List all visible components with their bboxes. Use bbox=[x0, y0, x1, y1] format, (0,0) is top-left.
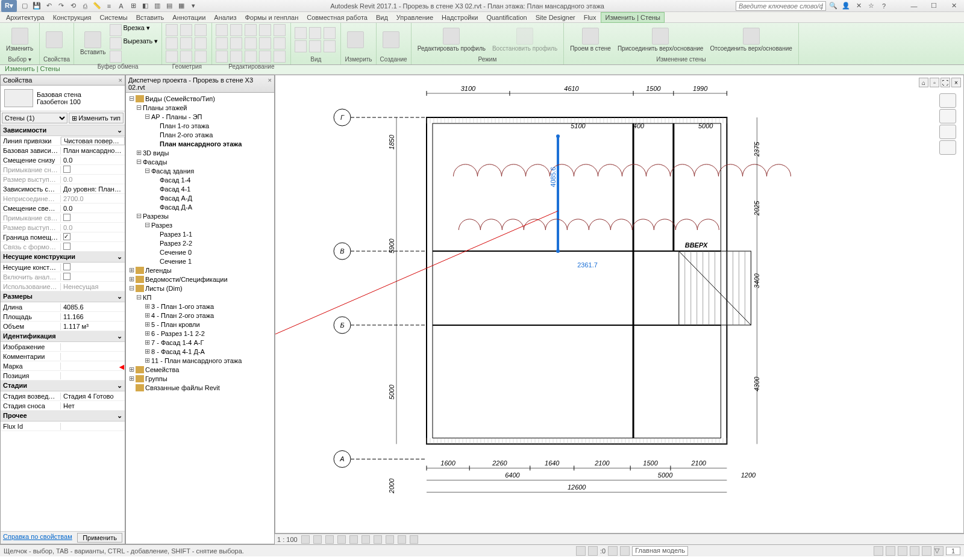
temp-hide-icon[interactable] bbox=[386, 535, 394, 544]
tree-toggle-icon[interactable]: ⊟ bbox=[136, 293, 142, 301]
measure-button[interactable] bbox=[345, 30, 366, 49]
props-row[interactable]: Связь с формообр... bbox=[1, 242, 125, 252]
print-icon[interactable]: ⎙ bbox=[80, 1, 90, 11]
props-value[interactable] bbox=[61, 214, 125, 222]
clipboard-icon[interactable] bbox=[110, 24, 122, 36]
edit-type-button[interactable]: ⊞ Изменить тип bbox=[69, 113, 124, 123]
checkbox[interactable] bbox=[63, 233, 70, 240]
clipboard-item[interactable]: Вырезать ▾ bbox=[123, 37, 158, 49]
search-icon[interactable]: 🔍 bbox=[828, 1, 839, 11]
props-row[interactable]: Использование в к...Ненесущая bbox=[1, 282, 125, 291]
tree-item[interactable]: План 1-го этажа bbox=[127, 121, 273, 130]
menu-вставить[interactable]: Вставить bbox=[133, 13, 168, 22]
props-value[interactable] bbox=[61, 273, 125, 281]
props-row[interactable]: Несущие конструк... bbox=[1, 263, 125, 272]
scale-control[interactable]: 1 : 100 bbox=[277, 536, 298, 543]
tree-item[interactable]: ⊞11 - План мансардного этажа bbox=[127, 356, 273, 365]
tool-icon[interactable] bbox=[245, 51, 257, 63]
props-value[interactable]: 11.166 bbox=[61, 313, 125, 320]
help-icon[interactable]: ? bbox=[878, 1, 889, 11]
tree-toggle-icon[interactable]: ⊟ bbox=[144, 167, 150, 175]
tree-item[interactable]: ⊟Планы этажей bbox=[127, 103, 273, 112]
detach-top-button[interactable]: Отсоединить верх/основание bbox=[707, 26, 794, 53]
tool-icon[interactable] bbox=[195, 37, 207, 49]
close-view-icon[interactable]: × bbox=[951, 78, 961, 87]
opening-button[interactable]: Проем в стене bbox=[568, 26, 613, 53]
dimension-icon[interactable]: ⊞ bbox=[128, 1, 139, 11]
tree-toggle-icon[interactable]: ⊟ bbox=[136, 158, 142, 166]
props-value[interactable]: 0.0 bbox=[61, 157, 125, 164]
tree-item[interactable]: Фасад А-Д bbox=[127, 193, 273, 202]
app-menu-button[interactable]: R▾ bbox=[1, 0, 17, 12]
tree-toggle-icon[interactable]: ⊞ bbox=[144, 320, 150, 328]
reveal-hidden-icon[interactable] bbox=[398, 535, 406, 544]
tool-icon[interactable] bbox=[309, 40, 321, 52]
menu-анализ[interactable]: Анализ bbox=[210, 13, 240, 22]
tree-toggle-icon[interactable]: ⊞ bbox=[136, 149, 142, 157]
clipboard-icon[interactable] bbox=[110, 51, 122, 63]
props-value[interactable]: Чистовая поверхно bbox=[61, 137, 125, 145]
tree-toggle-icon[interactable]: ⊞ bbox=[144, 311, 150, 319]
tree-item[interactable]: ⊟Виды (Семейство/Тип) bbox=[127, 94, 273, 103]
menu-совместная-работа[interactable]: Совместная работа bbox=[303, 13, 371, 22]
home-view-icon[interactable]: ⌂ bbox=[919, 78, 928, 87]
props-value[interactable]: Ненесущая bbox=[61, 283, 125, 290]
props-value[interactable] bbox=[61, 233, 125, 241]
switch-windows-icon[interactable]: ▾ bbox=[188, 1, 199, 11]
sb-icon-2[interactable] bbox=[588, 546, 598, 556]
browser-title[interactable]: Диспетчер проекта - Прорезь в стене X3 0… bbox=[126, 75, 274, 93]
tool-icon[interactable] bbox=[166, 51, 178, 63]
apply-button[interactable]: Применить bbox=[77, 533, 122, 543]
tree-item[interactable]: ⊞Ведомости/Спецификации bbox=[127, 275, 273, 284]
tree-item[interactable]: Фасад 4-1 bbox=[127, 184, 273, 193]
tool-icon[interactable] bbox=[245, 24, 257, 36]
minimize-button[interactable]: — bbox=[905, 0, 923, 12]
props-value[interactable]: 1.117 м³ bbox=[61, 323, 125, 330]
tool-icon[interactable] bbox=[274, 37, 286, 49]
menu-site-designer[interactable]: Site Designer bbox=[532, 13, 579, 22]
tree-item[interactable]: Разрез 1-1 bbox=[127, 229, 273, 238]
menu-flux[interactable]: Flux bbox=[580, 13, 600, 22]
tree-toggle-icon[interactable]: ⊟ bbox=[144, 113, 150, 120]
clipboard-icon[interactable] bbox=[110, 37, 122, 49]
align-icon[interactable]: ≡ bbox=[104, 1, 114, 11]
checkbox[interactable] bbox=[63, 243, 70, 250]
section-icon[interactable]: ▥ bbox=[152, 1, 163, 11]
props-section-header[interactable]: Идентификация⌄ bbox=[1, 331, 125, 342]
maximize-view-icon[interactable]: ⛶ bbox=[941, 78, 950, 87]
tool-icon[interactable] bbox=[259, 37, 271, 49]
tree-item[interactable]: План мансардного этажа bbox=[127, 139, 273, 148]
sb-pin-icon[interactable] bbox=[898, 546, 907, 556]
props-section-header[interactable]: Стадии⌄ bbox=[1, 381, 125, 391]
props-value[interactable]: 4085.6 bbox=[61, 303, 125, 311]
tree-item[interactable]: ⊟АР - Планы - ЭП bbox=[127, 112, 273, 121]
sb-select-icon[interactable] bbox=[874, 546, 883, 556]
tool-icon[interactable] bbox=[324, 27, 336, 39]
props-row[interactable]: Марка bbox=[1, 361, 125, 371]
create-button[interactable] bbox=[380, 30, 402, 49]
menu-системы[interactable]: Системы bbox=[96, 13, 131, 22]
tree-item[interactable]: ⊟КП bbox=[127, 293, 273, 302]
tree-item[interactable]: ⊞4 - План 2-ого этажа bbox=[127, 311, 273, 320]
tree-item[interactable]: План 2-ого этажа bbox=[127, 130, 273, 139]
modify-button[interactable]: Изменить bbox=[4, 26, 36, 53]
properties-title[interactable]: Свойства × bbox=[1, 75, 125, 86]
tree-item[interactable]: ⊞Легенды bbox=[127, 266, 273, 275]
props-value[interactable] bbox=[61, 166, 125, 174]
drawing-canvas[interactable]: ⌂ ▫ ⛶ × ВВЕРХГВБА31004610150019901600226… bbox=[275, 75, 964, 534]
sb-icon-3[interactable] bbox=[608, 546, 618, 556]
tree-toggle-icon[interactable]: ⊟ bbox=[136, 212, 142, 220]
exchange-icon[interactable]: ✕ bbox=[853, 1, 864, 11]
checkbox[interactable] bbox=[63, 214, 70, 221]
menu-quantification[interactable]: Quantification bbox=[483, 13, 530, 22]
tool-icon[interactable] bbox=[180, 37, 192, 49]
tree-item[interactable]: Связанные файлы Revit bbox=[127, 383, 273, 392]
tool-icon[interactable] bbox=[180, 24, 192, 36]
visual-style-icon[interactable] bbox=[313, 535, 322, 544]
props-row[interactable]: Позиция bbox=[1, 371, 125, 381]
paste-button[interactable]: Вставить bbox=[78, 30, 108, 57]
props-row[interactable]: Линия привязкиЧистовая поверхно bbox=[1, 136, 125, 146]
browser-close-icon[interactable]: × bbox=[268, 76, 272, 91]
pan-icon[interactable] bbox=[939, 109, 956, 123]
tool-icon[interactable] bbox=[274, 51, 286, 63]
